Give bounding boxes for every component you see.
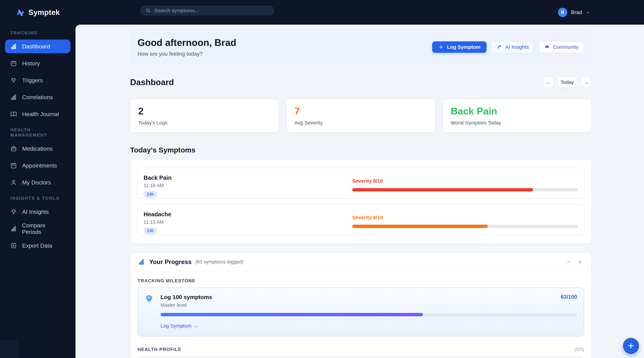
sidebar-nav: TRACKING Dashboard History Triggers Corr…	[0, 19, 76, 252]
milestone-progress-count: 63/100	[561, 294, 577, 300]
sidebar-item-label: AI Insights	[22, 208, 49, 215]
symptoms-list: Back Pain 11:18 AM 24h Severity 8/10 Hea…	[130, 159, 592, 244]
health-profile-count: (5/5)	[574, 347, 584, 352]
symptom-name: Headache	[144, 211, 352, 218]
today-button[interactable]: Today	[557, 77, 577, 88]
symptom-row-headache[interactable]: Headache 11:13 AM 24h Severity 6/10	[137, 204, 584, 235]
progress-count-note: (63 symptoms logged)	[195, 259, 243, 265]
stat-card-avg-severity: 7 Avg Severity	[286, 99, 435, 133]
stat-label: Avg Severity	[294, 120, 427, 126]
file-export-icon	[10, 242, 17, 249]
brand-name: Symptek	[28, 8, 60, 16]
milestone-bar-fill	[160, 313, 423, 316]
close-panel-button[interactable]	[576, 258, 584, 266]
page-title: Dashboard	[130, 77, 174, 87]
severity-label: Severity 6/10	[352, 215, 578, 220]
milestone-log-symptom-link[interactable]: Log Symptom →	[160, 323, 198, 329]
community-button[interactable]: Community	[539, 41, 584, 53]
sidebar-item-medications[interactable]: Medications	[5, 142, 70, 156]
sidebar-item-appointments[interactable]: Appointments	[5, 159, 70, 172]
nav-section-insights-tools: INSIGHTS & TOOLS	[5, 196, 70, 201]
sidebar-item-correlations[interactable]: Correlations	[5, 90, 70, 104]
gem-icon	[145, 295, 153, 303]
stat-label: Today's Logs	[138, 120, 271, 126]
welcome-title: Good afternoon, Brad	[138, 37, 236, 48]
symptom-row-back-pain[interactable]: Back Pain 11:18 AM 24h Severity 8/10	[137, 168, 584, 198]
health-profile-card: Link triggers to symptoms Track what tri…	[138, 357, 584, 358]
milestone-title: Log 100 symptoms	[160, 294, 212, 300]
bar-chart-icon	[10, 94, 17, 101]
welcome-subtitle: How are you feeling today?	[138, 51, 236, 57]
search-box[interactable]	[140, 6, 274, 15]
sidebar: Symptek TRACKING Dashboard History Trigg…	[0, 0, 76, 358]
sidebar-item-label: Dashboard	[22, 43, 50, 50]
bar-chart-icon	[10, 225, 17, 232]
plus-icon	[438, 44, 444, 50]
add-symptom-fab[interactable]	[623, 338, 639, 354]
health-profile-heading: HEALTH PROFILE	[138, 347, 182, 352]
plus-icon	[627, 342, 634, 350]
discord-icon	[544, 44, 550, 50]
sidebar-item-ai-insights[interactable]: AI Insights	[5, 205, 70, 219]
tracking-milestone-heading: TRACKING MILESTONE	[138, 278, 584, 283]
search-input[interactable]	[154, 8, 269, 13]
stat-card-todays-logs: 2 Today's Logs	[130, 99, 279, 133]
ai-insights-button[interactable]: AI Insights	[491, 41, 534, 53]
severity-label: Severity 8/10	[352, 178, 578, 184]
lightbulb-icon	[10, 208, 17, 215]
next-day-button[interactable]: →	[581, 77, 592, 88]
sidebar-item-compare-periods[interactable]: Compare Periods	[5, 222, 70, 235]
book-open-icon	[10, 111, 17, 118]
user-name: Brad	[571, 9, 582, 15]
stat-card-worst-symptom: Back Pain Worst Symptom Today	[442, 99, 592, 133]
stat-value: Back Pain	[451, 106, 584, 116]
calendar-icon	[10, 60, 17, 67]
sidebar-item-history[interactable]: History	[5, 56, 70, 70]
chevron-up-icon	[566, 259, 572, 265]
sidebar-item-my-doctors[interactable]: My Doctors	[5, 176, 70, 189]
stat-value: 7	[294, 106, 427, 116]
sidebar-item-label: Export Data	[22, 242, 52, 249]
collapse-panel-button[interactable]	[565, 258, 572, 266]
severity-bar-track	[352, 225, 578, 228]
sidebar-item-triggers[interactable]: Triggers	[5, 73, 70, 87]
sidebar-corner-panel	[0, 340, 18, 358]
brand-logo: Symptek	[0, 0, 76, 19]
log-symptom-button[interactable]: Log Symptom	[432, 41, 486, 53]
nav-section-tracking: TRACKING	[5, 30, 70, 35]
main-content: Good afternoon, Brad How are you feeling…	[76, 25, 644, 358]
symptom-name: Back Pain	[144, 175, 352, 181]
sidebar-item-label: Medications	[22, 145, 52, 152]
avatar[interactable]: B	[558, 8, 567, 17]
duration-badge: 24h	[144, 191, 157, 198]
sidebar-item-label: Compare Periods	[22, 222, 66, 235]
sidebar-item-dashboard[interactable]: Dashboard	[5, 39, 70, 53]
sidebar-item-export-data[interactable]: Export Data	[5, 239, 70, 252]
progress-title: Your Progress	[149, 258, 192, 266]
stat-label: Worst Symptom Today	[451, 120, 584, 126]
sidebar-item-label: Correlations	[22, 94, 53, 101]
prev-day-button[interactable]: ←	[543, 77, 553, 88]
your-progress-panel: Your Progress (63 symptoms logged) TRACK…	[130, 252, 592, 358]
sidebar-item-label: History	[22, 60, 40, 67]
calendar-icon	[10, 162, 17, 169]
sidebar-item-label: Health Journal	[22, 111, 59, 117]
symptom-time: 11:18 AM	[144, 183, 352, 188]
severity-bar-fill	[352, 188, 533, 191]
sidebar-item-health-journal[interactable]: Health Journal	[5, 107, 70, 121]
user-menu[interactable]: B Brad	[558, 0, 591, 25]
sidebar-item-label: My Doctors	[22, 179, 51, 186]
symptek-logo-icon	[16, 8, 25, 17]
bar-chart-icon	[138, 258, 145, 266]
medkit-icon	[10, 145, 17, 152]
lightbulb-icon	[10, 77, 17, 84]
stat-value: 2	[138, 106, 271, 116]
trending-arrow-icon	[496, 44, 502, 50]
symptom-time: 11:13 AM	[144, 219, 352, 225]
milestone-level: Master level	[160, 302, 212, 308]
duration-badge: 24h	[144, 227, 157, 234]
milestone-bar-track	[160, 313, 577, 316]
chevron-down-icon	[586, 10, 591, 15]
severity-bar-fill	[352, 225, 488, 228]
close-icon	[577, 259, 583, 265]
